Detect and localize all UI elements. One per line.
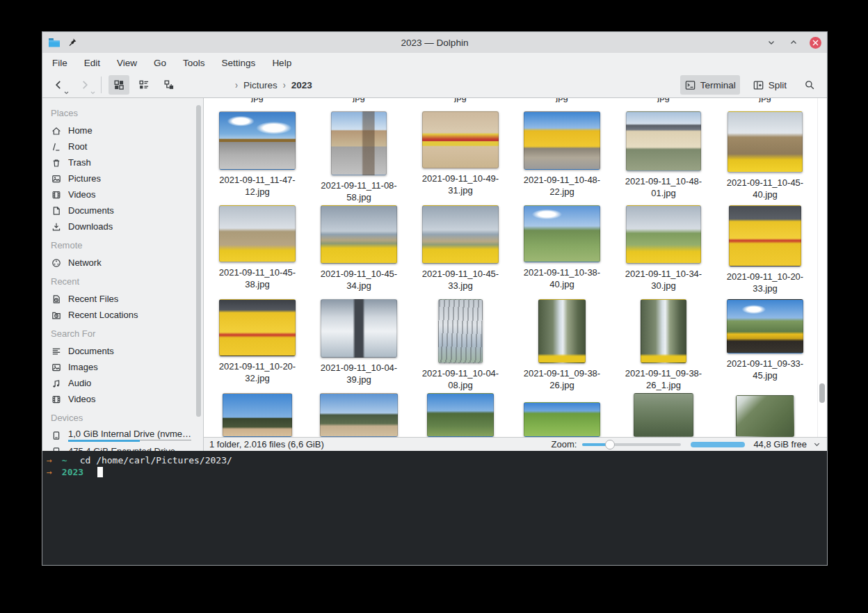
menu-settings[interactable]: Settings [222,58,256,68]
file-item[interactable]: 2021-09-11_09-38-26.jpg [511,299,613,391]
terminal-icon [684,79,696,91]
sidebar-item-recent-files[interactable]: Recent Files [49,291,203,307]
file-thumbnail[interactable] [729,205,801,266]
file-thumbnail[interactable] [727,299,803,353]
file-thumbnail[interactable] [219,299,296,356]
file-thumbnail[interactable] [219,205,296,262]
sidebar-item-network[interactable]: Network [49,255,203,271]
file-item[interactable]: 2021-09-11_10-45-40.jpg [714,111,816,203]
file-item[interactable]: 2021-09-11_10-45-33.jpg [410,205,511,294]
file-item[interactable] [714,393,816,437]
sidebar-scrollbar[interactable] [196,105,201,417]
file-item[interactable]: 2021-09-11_10-45-34.jpg [308,205,410,294]
minimize-icon[interactable] [765,36,778,49]
zoom-slider-handle[interactable] [605,440,615,449]
menu-tools[interactable]: Tools [183,58,205,68]
file-item[interactable]: 2021-09-11_11-08-58.jpg [308,111,410,203]
file-thumbnail[interactable] [524,402,600,437]
sidebar-item-label: 475,4 GiB Encrypted Drive [68,446,175,451]
forward-dropdown-icon[interactable] [90,91,95,95]
sidebar-item-images[interactable]: Images [49,359,203,375]
file-thumbnail[interactable] [427,393,494,437]
file-thumbnail[interactable] [626,111,701,171]
file-item[interactable]: 2021-09-11_10-20-32.jpg [207,299,308,391]
file-thumbnail[interactable] [634,393,693,437]
menu-go[interactable]: Go [154,58,166,68]
sidebar-item-trash[interactable]: Trash [49,154,203,170]
file-thumbnail[interactable] [223,393,292,437]
close-icon[interactable] [810,37,821,49]
file-thumbnail[interactable] [331,111,387,175]
split-button[interactable]: Split [748,75,791,95]
file-thumbnail[interactable] [524,205,600,262]
sidebar-item-1-0-gib-internal-drive-nvme[interactable]: 1,0 GiB Internal Drive (nvme… [49,427,203,443]
file-thumbnail[interactable] [728,111,803,173]
file-item[interactable]: 2021-09-11_10-04-39.jpg [308,299,410,391]
menu-edit[interactable]: Edit [84,58,100,68]
clipped-filename: jpg [714,98,816,104]
file-item[interactable]: 2021-09-11_09-38-26_1.jpg [613,299,714,391]
file-item[interactable]: 2021-09-11_10-49-31.jpg [410,111,511,203]
file-item[interactable]: 2021-09-11_10-48-22.jpg [511,111,613,203]
icons-view-button[interactable] [108,75,129,95]
sidebar-item-audio[interactable]: Audio [49,375,203,391]
file-thumbnail[interactable] [641,299,686,363]
file-thumbnail[interactable] [422,205,499,264]
sidebar-item-recent-locations[interactable]: Recent Locations [49,307,203,323]
file-item[interactable]: 2021-09-11_10-45-38.jpg [207,205,308,294]
file-thumbnail[interactable] [219,111,296,170]
sidebar-item-videos[interactable]: Videos [49,186,203,202]
file-thumbnail[interactable] [538,299,586,363]
file-item[interactable]: 2021-09-11_10-34-30.jpg [613,205,714,294]
menu-file[interactable]: File [52,58,67,68]
file-item[interactable]: 2021-09-11_10-38-40.jpg [511,205,613,294]
titlebar[interactable]: 2023 — Dolphin [42,32,827,53]
breadcrumb-parent[interactable]: Pictures [243,80,278,90]
sidebar-item-475-4-gib-encrypted-drive[interactable]: 475,4 GiB Encrypted Drive [49,443,203,451]
menu-help[interactable]: Help [272,58,291,68]
sidebar-item-downloads[interactable]: Downloads [49,218,203,234]
sidebar-item-documents[interactable]: Documents [49,343,203,359]
file-thumbnail[interactable] [320,393,398,437]
file-item[interactable] [410,393,511,437]
back-button[interactable] [49,76,67,94]
breadcrumb-current[interactable]: 2023 [291,80,312,90]
zoom-slider[interactable] [582,440,681,449]
file-thumbnail[interactable] [321,299,397,358]
file-view[interactable]: jpgjpgjpgjpgjpgjpg2021-09-11_11-47-12.jp… [204,98,827,437]
file-item[interactable]: 2021-09-11_10-20-33.jpg [714,205,816,294]
file-name: 2021-09-11_10-20-32.jpg [213,360,302,384]
file-item[interactable]: 2021-09-11_09-33-45.jpg [714,299,816,391]
file-thumbnail[interactable] [736,395,794,437]
back-dropdown-icon[interactable] [64,91,69,95]
file-thumbnail[interactable] [524,111,600,170]
forward-button[interactable] [76,76,94,94]
file-item[interactable] [511,393,613,437]
sidebar-item-label: Recent Files [68,294,118,304]
file-thumbnail[interactable] [626,205,701,264]
terminal-panel[interactable]: →~cd /home/carl/Pictures/2023/→2023 [42,451,827,565]
file-item[interactable]: 2021-09-11_11-47-12.jpg [207,111,308,203]
file-thumbnail[interactable] [438,299,483,363]
terminal-toggle-button[interactable]: Terminal [680,75,740,95]
file-item[interactable]: 2021-09-11_10-48-01.jpg [613,111,714,203]
file-item[interactable] [613,393,714,437]
file-thumbnail[interactable] [321,205,397,264]
sidebar-item-pictures[interactable]: Pictures [49,170,203,186]
file-item[interactable] [308,393,410,437]
sidebar-item-videos[interactable]: Videos [49,391,203,407]
maximize-icon[interactable] [787,36,800,49]
sidebar-item-root[interactable]: Root [49,138,203,154]
details-view-button[interactable] [134,75,154,95]
menu-view[interactable]: View [117,58,137,68]
file-item[interactable] [207,393,308,437]
statusbar-chevron-down-icon[interactable] [812,440,821,449]
terminal-cursor[interactable] [97,467,103,477]
sidebar-item-documents[interactable]: Documents [49,202,203,218]
file-thumbnail[interactable] [422,111,499,168]
view-scrollbar[interactable] [819,383,825,403]
sidebar-item-home[interactable]: Home [49,122,203,138]
file-item[interactable]: 2021-09-11_10-04-08.jpg [410,299,511,391]
tree-view-button[interactable] [159,75,179,95]
search-icon[interactable] [799,75,820,95]
